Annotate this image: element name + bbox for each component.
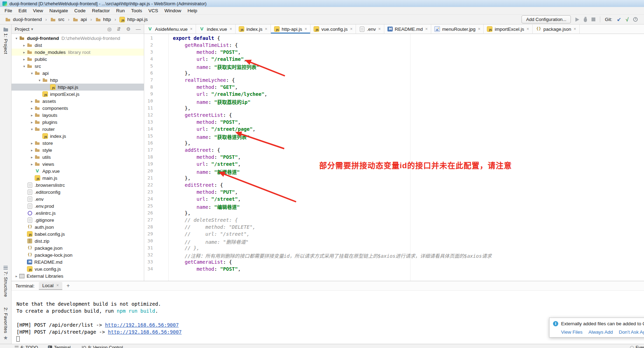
- close-tab-icon[interactable]: ×: [190, 27, 192, 31]
- close-tab-icon[interactable]: ×: [350, 27, 352, 31]
- close-tab-icon[interactable]: ×: [574, 27, 576, 31]
- tree-item-env[interactable]: .env: [12, 196, 144, 203]
- chevron-right-icon[interactable]: ▸: [14, 274, 19, 278]
- tree-item-plugins[interactable]: ▸plugins: [12, 119, 144, 126]
- editor-tab-http-api-js[interactable]: http-api.js×: [271, 24, 311, 34]
- editor-tab-env[interactable]: .env×: [356, 24, 384, 34]
- editor-tab-menurouter-jpg[interactable]: menuRouter.jpg×: [431, 24, 484, 34]
- history-clock-icon[interactable]: [633, 17, 638, 22]
- chevron-right-icon[interactable]: ▸: [29, 106, 35, 110]
- chevron-right-icon[interactable]: ▸: [29, 141, 35, 145]
- chevron-down-icon[interactable]: ▾: [31, 27, 33, 31]
- menu-item-code[interactable]: Code: [71, 7, 89, 14]
- chevron-right-icon[interactable]: ▸: [29, 155, 35, 159]
- tree-item-src[interactable]: ▾src: [12, 63, 144, 70]
- stop-icon[interactable]: [592, 17, 595, 21]
- chevron-right-icon[interactable]: ▸: [29, 99, 35, 103]
- editor-tab-importexcel-js[interactable]: importExcel.js×: [484, 24, 532, 34]
- tree-item-node-modules[interactable]: ▸node_modules library root: [12, 49, 144, 56]
- chevron-down-icon[interactable]: ▾: [37, 78, 42, 82]
- tree-item-style[interactable]: ▸style: [12, 147, 144, 154]
- tree-item-package-lock-json[interactable]: package-lock.json: [12, 251, 144, 258]
- editor-tab-package-json[interactable]: package.json×: [533, 24, 580, 34]
- status-item-6-todo[interactable]: 6: TODO: [15, 345, 38, 348]
- tree-item-views[interactable]: ▸views: [12, 161, 144, 168]
- breadcrumb-item-duoji-frontend[interactable]: duoji-frontend: [4, 16, 43, 23]
- notification-action-always-add[interactable]: Always Add: [588, 329, 613, 335]
- expand-collapse-icon[interactable]: ⇵: [117, 26, 121, 32]
- tree-item-readme-md[interactable]: README.md: [12, 258, 144, 265]
- tree-item-main-js[interactable]: main.js: [12, 175, 144, 182]
- project-panel-title[interactable]: Project: [15, 27, 29, 32]
- settings-gear-icon[interactable]: ⚙: [126, 26, 131, 32]
- tree-item-utils[interactable]: ▸utils: [12, 154, 144, 161]
- tree-item-api[interactable]: ▾api: [12, 70, 144, 77]
- menu-item-vcs[interactable]: VCS: [145, 7, 161, 14]
- status-item-terminal[interactable]: Terminal: [48, 345, 71, 348]
- terminal-link[interactable]: http://192.168.66.56:9007: [105, 322, 179, 328]
- close-tab-icon[interactable]: ×: [265, 27, 267, 31]
- tree-item-public[interactable]: ▸public: [12, 56, 144, 63]
- terminal-link[interactable]: http://192.168.66.56:9007: [108, 329, 182, 335]
- chevron-right-icon[interactable]: ▸: [21, 43, 27, 47]
- event-log-button[interactable]: Event Log: [630, 345, 644, 348]
- new-terminal-icon[interactable]: +: [66, 283, 70, 289]
- editor-tab-readme-md[interactable]: README.md×: [384, 24, 431, 34]
- menu-item-run[interactable]: Run: [113, 7, 128, 14]
- stripe-structure-button[interactable]: 7: Structure: [3, 266, 8, 297]
- chevron-right-icon[interactable]: ▸: [29, 148, 35, 152]
- tree-item-gitignore[interactable]: .gitignore: [12, 216, 144, 223]
- tree-item-editorconfig[interactable]: .editorconfig: [12, 189, 144, 196]
- menu-item-help[interactable]: Help: [184, 7, 201, 14]
- hide-panel-icon[interactable]: —: [136, 26, 141, 32]
- tree-item-dist-zip[interactable]: dist.zip: [12, 237, 144, 244]
- stripe-project-button[interactable]: 1: Project: [3, 27, 8, 54]
- tree-item-http[interactable]: ▾http: [12, 77, 144, 84]
- chevron-right-icon[interactable]: ▸: [21, 50, 27, 54]
- breadcrumb-item-http-api-js[interactable]: http-api.js: [118, 16, 149, 23]
- tree-item-env-prod[interactable]: .env.prod: [12, 203, 144, 209]
- git-commit-icon[interactable]: √: [626, 17, 629, 22]
- tree-item-duoji-frontend[interactable]: ▾duoji-frontend D:\zheheWeb\duoji-fronte…: [12, 35, 144, 42]
- chevron-down-icon[interactable]: ▾: [21, 64, 27, 68]
- editor-tab-vue-config-js[interactable]: vue.config.js×: [310, 24, 356, 34]
- tree-item-browserslistrc[interactable]: .browserslistrc: [12, 182, 144, 189]
- editor-tab-index-vue[interactable]: index.vue×: [196, 24, 236, 34]
- chevron-right-icon[interactable]: ▸: [21, 57, 27, 61]
- tree-item-babel-config-js[interactable]: babel.config.js: [12, 230, 144, 237]
- editor[interactable]: 1234567891011121314151617181920212223242…: [144, 34, 644, 281]
- close-tab-icon[interactable]: ×: [478, 27, 480, 31]
- menu-item-edit[interactable]: Edit: [15, 7, 30, 14]
- tree-item-store[interactable]: ▸store: [12, 140, 144, 147]
- tree-item-vue-config-js[interactable]: vue.config.js: [12, 265, 144, 272]
- tree-item-assets[interactable]: ▸assets: [12, 98, 144, 105]
- stripe-favorites-button[interactable]: 2: Favorites ★: [3, 307, 8, 340]
- menu-item-refactor[interactable]: Refactor: [89, 7, 113, 14]
- close-tab-icon[interactable]: ×: [304, 27, 307, 31]
- menu-item-tools[interactable]: Tools: [128, 7, 145, 14]
- chevron-right-icon[interactable]: ▸: [29, 113, 35, 117]
- tree-item-package-json[interactable]: package.json: [12, 244, 144, 251]
- tree-item-auth-json[interactable]: auth.json: [12, 223, 144, 230]
- chevron-down-icon[interactable]: ▾: [14, 36, 19, 40]
- close-tab-icon[interactable]: ×: [526, 27, 529, 31]
- menu-item-window[interactable]: Window: [161, 7, 184, 14]
- breadcrumb-item-api[interactable]: api: [72, 16, 88, 23]
- close-tab-icon[interactable]: ×: [425, 27, 428, 31]
- tree-item-layouts[interactable]: ▸layouts: [12, 112, 144, 119]
- locate-file-icon[interactable]: ◎: [107, 26, 111, 32]
- editor-tab-index-js[interactable]: index.js×: [236, 24, 271, 34]
- tree-item-components[interactable]: ▸components: [12, 105, 144, 112]
- close-tab-icon[interactable]: ×: [230, 27, 232, 31]
- chevron-right-icon[interactable]: ▸: [29, 162, 35, 166]
- status-item-9-version-control[interactable]: 9: Version Control: [80, 345, 123, 348]
- run-icon[interactable]: [575, 17, 579, 22]
- debug-icon[interactable]: [584, 18, 587, 22]
- breadcrumb-item-http[interactable]: http: [94, 16, 112, 23]
- notification-action-view-files[interactable]: View Files: [561, 329, 582, 335]
- menu-item-view[interactable]: View: [30, 7, 46, 14]
- menu-item-file[interactable]: File: [1, 7, 15, 14]
- tree-item-dist[interactable]: ▸dist: [12, 42, 144, 49]
- editor-tab-asidemenu-vue[interactable]: AsideMenu.vue×: [144, 24, 196, 34]
- tree-item-eslintrc-js[interactable]: .eslintrc.js: [12, 209, 144, 216]
